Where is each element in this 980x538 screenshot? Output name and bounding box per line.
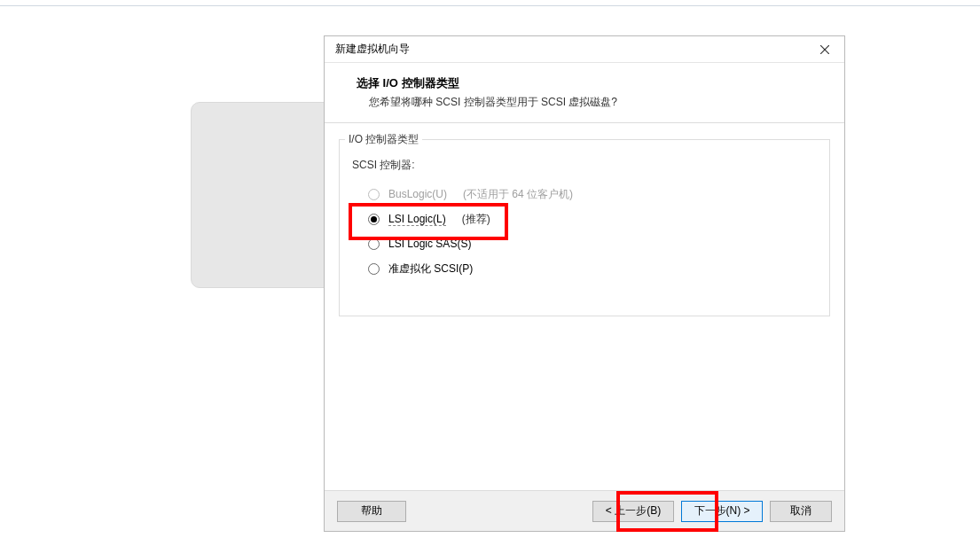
help-button[interactable]: 帮助 [337, 501, 406, 522]
dialog-heading: 选择 I/O 控制器类型 [357, 75, 844, 91]
radio-lsi-logic-sas[interactable]: LSI Logic SAS(S) [352, 231, 817, 256]
radio-note: (推荐) [462, 212, 490, 227]
wizard-dialog: 新建虚拟机向导 选择 I/O 控制器类型 您希望将哪种 SCSI 控制器类型用于… [324, 35, 845, 532]
next-button[interactable]: 下一步(N) > [681, 501, 763, 522]
close-icon [820, 45, 829, 54]
dialog-title: 新建虚拟机向导 [335, 42, 812, 57]
radio-icon [368, 214, 380, 225]
radio-icon [368, 238, 380, 250]
radio-buslogic: BusLogic(U) (不适用于 64 位客户机) [352, 182, 817, 207]
radio-lsi-logic[interactable]: LSI Logic(L) (推荐) [352, 207, 817, 231]
radio-dot-icon [371, 216, 377, 222]
radio-icon [368, 189, 380, 200]
cancel-button[interactable]: 取消 [770, 501, 832, 522]
scsi-controller-label: SCSI 控制器: [352, 158, 817, 173]
radio-label: LSI Logic(L) [388, 213, 446, 226]
back-button[interactable]: < 上一步(B) [592, 501, 674, 522]
dialog-footer: 帮助 < 上一步(B) 下一步(N) > 取消 [325, 490, 844, 531]
groupbox-legend: I/O 控制器类型 [345, 132, 422, 147]
radio-icon [368, 263, 380, 275]
radio-label: 准虚拟化 SCSI(P) [388, 261, 473, 277]
close-button[interactable] [812, 40, 837, 59]
io-controller-groupbox: I/O 控制器类型 SCSI 控制器: BusLogic(U) (不适用于 64… [339, 139, 830, 316]
page-top-rule [0, 5, 980, 6]
dialog-body: I/O 控制器类型 SCSI 控制器: BusLogic(U) (不适用于 64… [325, 123, 844, 490]
radio-paravirtual-scsi[interactable]: 准虚拟化 SCSI(P) [352, 256, 817, 281]
dialog-subheading: 您希望将哪种 SCSI 控制器类型用于 SCSI 虚拟磁盘? [357, 95, 844, 110]
dialog-header: 选择 I/O 控制器类型 您希望将哪种 SCSI 控制器类型用于 SCSI 虚拟… [325, 63, 844, 123]
radio-note: (不适用于 64 位客户机) [463, 187, 573, 202]
radio-label: BusLogic(U) [388, 188, 447, 200]
dialog-titlebar: 新建虚拟机向导 [325, 36, 844, 63]
radio-label: LSI Logic SAS(S) [388, 238, 471, 250]
